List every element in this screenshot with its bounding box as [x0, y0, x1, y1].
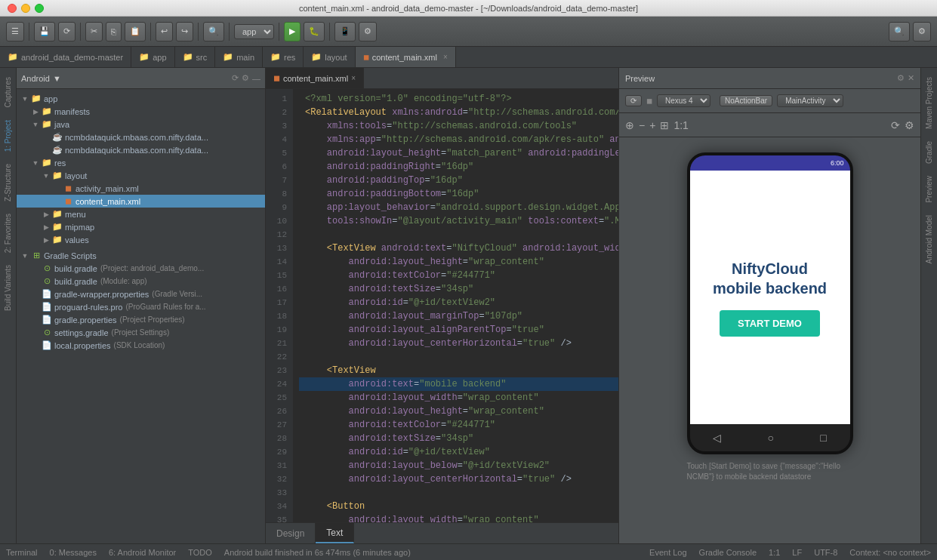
theme-selector[interactable]: NoActionBar — [720, 95, 772, 106]
tab-res[interactable]: 📁 res — [263, 47, 304, 67]
code-line-19: android:layout_centerHorizontal="true" /… — [299, 337, 618, 350]
code-line-21: <TextView — [299, 364, 618, 377]
code-line-27: android:id="@+id/textView" — [299, 445, 618, 459]
avd-button[interactable]: 📱 — [334, 22, 356, 42]
tree-item-res[interactable]: ▼ 📁 res — [17, 156, 265, 169]
code-area[interactable]: 1 2 3 4 5 6 7 8 9 10 12 13 14 — [266, 89, 618, 522]
refresh-preview-icon[interactable]: ⟳ — [891, 119, 900, 131]
tree-item-settings-gradle[interactable]: ⊙ settings.gradle (Project Settings) — [17, 326, 265, 339]
tree-item-proguard[interactable]: 📄 proguard-rules.pro (ProGuard Rules for… — [17, 300, 265, 313]
zoom-reset-icon[interactable]: ⊞ — [660, 119, 669, 131]
find-button[interactable]: 🔍 — [203, 22, 224, 42]
structure-panel-btn[interactable]: Z-Structure — [2, 158, 14, 208]
text-tab[interactable]: Text — [316, 523, 354, 543]
tree-item-content-main[interactable]: ◼ content_main.xml — [17, 195, 265, 208]
maven-projects-panel-btn[interactable]: Maven Projects — [923, 71, 935, 135]
zoom-fit-icon[interactable]: ⊕ — [625, 119, 634, 131]
run-button[interactable]: ▶ — [284, 22, 301, 42]
breadcrumb-tabs: 📁 android_data_demo-master 📁 app 📁 src 📁… — [0, 47, 937, 68]
editor-tab-content-main[interactable]: ◼ content_main.xml × — [266, 68, 364, 88]
tab-app[interactable]: 📁 app — [131, 47, 174, 67]
tree-item-values[interactable]: ▶ 📁 values — [17, 233, 265, 246]
tree-item-mipmap[interactable]: ▶ 📁 mipmap — [17, 220, 265, 233]
tree-comment-4: (ProGuard Rules for a... — [126, 303, 206, 311]
tab-layout[interactable]: 📁 layout — [304, 47, 355, 67]
undo-button[interactable]: ↩ — [156, 22, 173, 42]
tab-main[interactable]: 📁 main — [215, 47, 263, 67]
line-ending: LF — [792, 548, 802, 557]
favorites-panel-btn[interactable]: 2: Favorites — [2, 208, 14, 259]
toolbar-menu[interactable]: ☰ — [6, 22, 24, 42]
tree-item-label: layout — [65, 171, 87, 180]
device-selector[interactable]: Nexus 4 — [657, 94, 710, 107]
tree-item-java-pkg1[interactable]: ☕ ncmbdataquick.mbaas.com.nifty.data... — [17, 131, 265, 143]
expand-arrow: ▶ — [41, 211, 51, 218]
close-preview-icon[interactable]: ✕ — [908, 73, 914, 83]
sync-icon[interactable]: ⟳ — [232, 73, 239, 83]
zoom-100-icon[interactable]: 1:1 — [673, 119, 688, 131]
paste-button[interactable]: 📋 — [125, 22, 146, 42]
tree-item-gradle-properties[interactable]: 📄 gradle.properties (Project Properties) — [17, 313, 265, 326]
settings-icon[interactable]: ⚙ — [242, 73, 249, 83]
terminal-btn[interactable]: Terminal — [6, 548, 38, 557]
app-selector[interactable]: app — [234, 24, 274, 39]
phone-title-line2: mobile backend — [713, 280, 827, 297]
event-log-btn[interactable]: Event Log — [649, 548, 687, 557]
tree-item-gradle-wrapper[interactable]: 📄 gradle-wrapper.properties (Gradle Vers… — [17, 288, 265, 300]
phone-title-line1: NiftyCloud — [732, 260, 808, 277]
collapse-icon[interactable]: — — [252, 74, 260, 83]
tree-item-manifests[interactable]: ▶ 📁 manifests — [17, 105, 265, 118]
search-everywhere-button[interactable]: 🔍 — [889, 22, 910, 42]
tree-item-activity-main[interactable]: ◼ activity_main.xml — [17, 182, 265, 195]
preview-settings-icon[interactable]: ⚙ — [905, 119, 914, 131]
code-content[interactable]: <?xml version="1.0" encoding="utf-8"?> <… — [293, 89, 618, 522]
close-button[interactable] — [8, 4, 17, 13]
debug-button[interactable]: 🐛 — [304, 22, 325, 42]
cut-button[interactable]: ✂ — [85, 22, 103, 42]
tab-close-icon[interactable]: × — [351, 74, 356, 82]
close-icon[interactable]: × — [443, 53, 448, 61]
preview-panel-btn[interactable]: Preview — [923, 170, 935, 209]
rotate-button[interactable]: ⟳ — [625, 95, 642, 106]
settings-button[interactable]: ⚙ — [913, 22, 931, 42]
gradle-panel-btn[interactable]: Gradle — [923, 135, 935, 170]
android-model-panel-btn[interactable]: Android Model — [923, 209, 935, 269]
redo-button[interactable]: ↪ — [176, 22, 193, 42]
design-tab[interactable]: Design — [266, 523, 316, 543]
zoom-in-icon[interactable]: + — [649, 119, 655, 131]
gradle-console-btn[interactable]: Gradle Console — [699, 548, 757, 557]
tree-item-label: values — [65, 235, 89, 245]
maximize-button[interactable] — [35, 4, 44, 13]
android-view-selector[interactable]: Android ▼ ⟳ ⚙ — — [17, 68, 265, 89]
folder-icon-4: 📁 — [223, 52, 233, 62]
build-variants-btn[interactable]: Build Variants — [2, 259, 14, 317]
tree-item-layout[interactable]: ▼ 📁 layout — [17, 169, 265, 182]
folder-icon: 📁 — [51, 209, 63, 219]
activity-selector[interactable]: MainActivity — [777, 94, 843, 107]
monitor-btn[interactable]: 6: Android Monitor — [109, 548, 176, 557]
sync-button[interactable]: ⟳ — [58, 22, 76, 42]
tree-item-build-gradle-module[interactable]: ⊙ build.gradle (Module: app) — [17, 275, 265, 288]
copy-button[interactable]: ⎘ — [106, 22, 122, 42]
save-button[interactable]: 💾 — [34, 22, 55, 42]
tab-root[interactable]: 📁 android_data_demo-master — [0, 47, 131, 67]
messages-btn[interactable]: 0: Messages — [50, 548, 97, 557]
zoom-out-icon[interactable]: − — [639, 119, 645, 131]
tree-item-java-pkg2[interactable]: ☕ ncmbdataquick.mbaas.com.nifty.data... — [17, 143, 265, 156]
tree-item-java[interactable]: ▼ 📁 java — [17, 118, 265, 131]
tree-item-menu[interactable]: ▶ 📁 menu — [17, 208, 265, 220]
sdk-button[interactable]: ⚙ — [359, 22, 377, 42]
tree-item-app[interactable]: ▼ 📁 app — [17, 92, 265, 105]
tab-src[interactable]: 📁 src — [175, 47, 216, 67]
todo-btn[interactable]: TODO — [188, 548, 212, 557]
tab-content-main[interactable]: ◼ content_main.xml × — [356, 47, 456, 67]
tree-item-local-properties[interactable]: 📄 local.properties (SDK Location) — [17, 339, 265, 352]
code-line-32: android:layout_width="wrap_content" — [299, 513, 618, 522]
phone-start-button[interactable]: START DEMO — [720, 310, 820, 337]
tree-item-build-gradle-project[interactable]: ⊙ build.gradle (Project: android_data_de… — [17, 262, 265, 275]
project-panel-btn[interactable]: 1: Project — [2, 114, 14, 158]
minimize-button[interactable] — [21, 4, 30, 13]
tree-item-gradle-scripts[interactable]: ▼ ⊞ Gradle Scripts — [17, 249, 265, 262]
captures-panel-btn[interactable]: Captures — [2, 71, 14, 114]
settings-icon[interactable]: ⚙ — [897, 73, 905, 83]
